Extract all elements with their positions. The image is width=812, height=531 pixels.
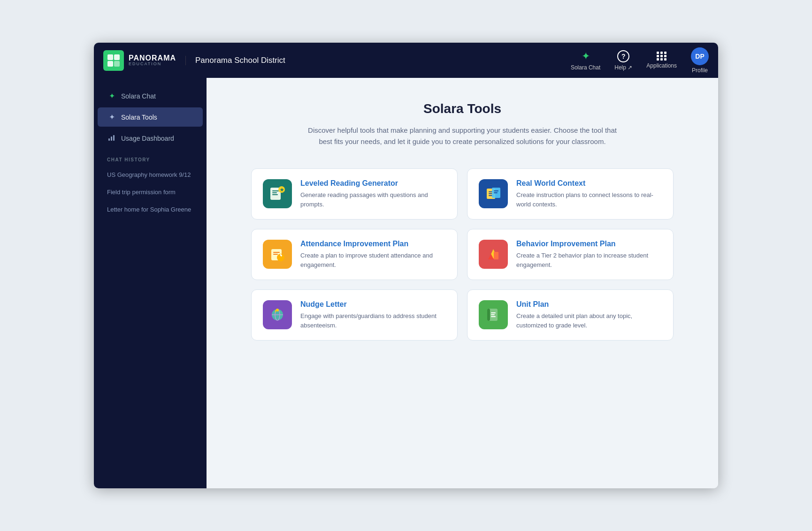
history-item-3[interactable]: Letter home for Sophia Greene bbox=[98, 201, 203, 218]
logo-text: PANORAMA EDUCATION bbox=[129, 54, 176, 67]
behavior-content: Behavior Improvement Plan Create a Tier … bbox=[516, 240, 662, 269]
nav-applications[interactable]: Applications bbox=[646, 52, 677, 69]
svg-rect-27 bbox=[494, 252, 498, 259]
sidebar: ✦ Solara Chat ✦ Solara Tools Usage Dashb… bbox=[94, 78, 207, 488]
attendance-desc: Create a plan to improve student attenda… bbox=[300, 251, 446, 269]
svg-rect-3 bbox=[114, 61, 120, 67]
solara-tools-icon: ✦ bbox=[107, 113, 116, 121]
unit-plan-icon bbox=[479, 300, 508, 329]
svg-rect-22 bbox=[273, 254, 278, 255]
svg-rect-0 bbox=[107, 54, 113, 60]
page-subtitle: Discover helpful tools that make plannin… bbox=[303, 125, 622, 147]
sidebar-item-solara-tools[interactable]: ✦ Solara Tools bbox=[98, 107, 203, 127]
svg-point-31 bbox=[276, 309, 279, 311]
nudge-desc: Engage with parents/guardians to address… bbox=[300, 311, 446, 330]
tool-card-nudge[interactable]: Nudge Letter Engage with parents/guardia… bbox=[251, 289, 458, 341]
svg-rect-6 bbox=[113, 135, 115, 141]
profile-avatar[interactable]: DP bbox=[691, 47, 709, 65]
tool-card-attendance[interactable]: Attendance Improvement Plan Create a pla… bbox=[251, 229, 458, 280]
brand-sub: EDUCATION bbox=[129, 62, 176, 67]
dashboard-icon bbox=[107, 134, 116, 143]
nudge-content: Nudge Letter Engage with parents/guardia… bbox=[300, 300, 446, 330]
nav-help[interactable]: ? Help ↗ bbox=[614, 50, 632, 71]
svg-rect-4 bbox=[108, 138, 110, 141]
tool-card-real-world[interactable]: Real World Context Create instruction pl… bbox=[467, 168, 674, 220]
sidebar-item-usage-dashboard[interactable]: Usage Dashboard bbox=[98, 129, 203, 148]
real-world-desc: Create instruction plans to connect less… bbox=[516, 190, 662, 209]
svg-rect-15 bbox=[489, 193, 492, 194]
svg-rect-9 bbox=[272, 192, 277, 193]
nav-profile-label: Profile bbox=[692, 67, 708, 74]
tool-card-behavior[interactable]: Behavior Improvement Plan Create a Tier … bbox=[467, 229, 674, 280]
top-nav: PANORAMA EDUCATION Panorama School Distr… bbox=[94, 43, 718, 78]
nav-solara-label: Solara Chat bbox=[571, 64, 600, 71]
svg-rect-8 bbox=[272, 190, 279, 191]
nudge-title: Nudge Letter bbox=[300, 300, 446, 309]
attendance-title: Attendance Improvement Plan bbox=[300, 240, 446, 248]
main-layout: ✦ Solara Chat ✦ Solara Tools Usage Dashb… bbox=[94, 78, 718, 488]
behavior-icon bbox=[479, 240, 508, 269]
leveled-reading-desc: Generate reading passages with questions… bbox=[300, 190, 446, 209]
applications-icon bbox=[657, 52, 667, 61]
svg-rect-2 bbox=[107, 61, 113, 67]
svg-rect-36 bbox=[491, 314, 495, 315]
nav-applications-label: Applications bbox=[646, 62, 677, 69]
district-name: Panorama School District bbox=[185, 56, 285, 65]
chat-history-label: CHAT HISTORY bbox=[94, 149, 207, 166]
attendance-content: Attendance Improvement Plan Create a pla… bbox=[300, 240, 446, 269]
history-item-1[interactable]: US Geography homework 9/12 bbox=[98, 167, 203, 183]
leveled-reading-title: Leveled Reading Generator bbox=[300, 179, 446, 188]
nav-profile[interactable]: DP Profile bbox=[691, 47, 709, 74]
behavior-title: Behavior Improvement Plan bbox=[516, 240, 662, 248]
nav-solara-chat[interactable]: ✦ Solara Chat bbox=[571, 50, 600, 71]
real-world-content: Real World Context Create instruction pl… bbox=[516, 179, 662, 209]
real-world-title: Real World Context bbox=[516, 179, 662, 188]
unit-plan-content: Unit Plan Create a detailed unit plan ab… bbox=[516, 300, 662, 330]
svg-rect-5 bbox=[111, 137, 112, 141]
logo-area: PANORAMA EDUCATION bbox=[103, 50, 176, 71]
tools-grid: ★ Leveled Reading Generator Generate rea… bbox=[251, 168, 674, 341]
history-item-2[interactable]: Field trip permission form bbox=[98, 184, 203, 200]
help-icon: ? bbox=[617, 50, 629, 62]
browser-frame: PANORAMA EDUCATION Panorama School Distr… bbox=[94, 43, 718, 488]
tool-card-leveled-reading[interactable]: ★ Leveled Reading Generator Generate rea… bbox=[251, 168, 458, 220]
svg-rect-35 bbox=[491, 312, 496, 313]
brand-name: PANORAMA bbox=[129, 54, 176, 62]
sidebar-label-solara-tools: Solara Tools bbox=[121, 114, 157, 121]
svg-rect-18 bbox=[494, 190, 498, 191]
sidebar-label-solara-chat: Solara Chat bbox=[121, 92, 156, 100]
sidebar-label-usage: Usage Dashboard bbox=[121, 135, 174, 142]
logo-box bbox=[103, 50, 124, 71]
real-world-icon bbox=[479, 179, 508, 208]
sidebar-item-solara-chat[interactable]: ✦ Solara Chat bbox=[98, 86, 203, 106]
content-area: Solara Tools Discover helpful tools that… bbox=[207, 78, 718, 488]
behavior-desc: Create a Tier 2 behavior plan to increas… bbox=[516, 251, 662, 269]
svg-rect-1 bbox=[114, 54, 120, 60]
leveled-reading-content: Leveled Reading Generator Generate readi… bbox=[300, 179, 446, 209]
nav-help-label: Help ↗ bbox=[614, 64, 632, 71]
page-title: Solara Tools bbox=[225, 101, 699, 116]
unit-plan-desc: Create a detailed unit plan about any to… bbox=[516, 311, 662, 330]
svg-rect-34 bbox=[487, 309, 490, 321]
svg-rect-10 bbox=[272, 194, 278, 195]
svg-rect-37 bbox=[491, 316, 496, 317]
unit-plan-title: Unit Plan bbox=[516, 300, 662, 309]
solara-star-icon: ✦ bbox=[582, 50, 590, 62]
leveled-reading-icon: ★ bbox=[263, 179, 292, 208]
solara-chat-icon: ✦ bbox=[107, 91, 116, 100]
svg-rect-19 bbox=[494, 192, 498, 193]
attendance-icon bbox=[263, 240, 292, 269]
svg-text:★: ★ bbox=[280, 187, 284, 192]
svg-rect-21 bbox=[273, 252, 280, 253]
nudge-icon bbox=[263, 300, 292, 329]
nav-right: ✦ Solara Chat ? Help ↗ Applications bbox=[571, 47, 709, 74]
tool-card-unit-plan[interactable]: Unit Plan Create a detailed unit plan ab… bbox=[467, 289, 674, 341]
